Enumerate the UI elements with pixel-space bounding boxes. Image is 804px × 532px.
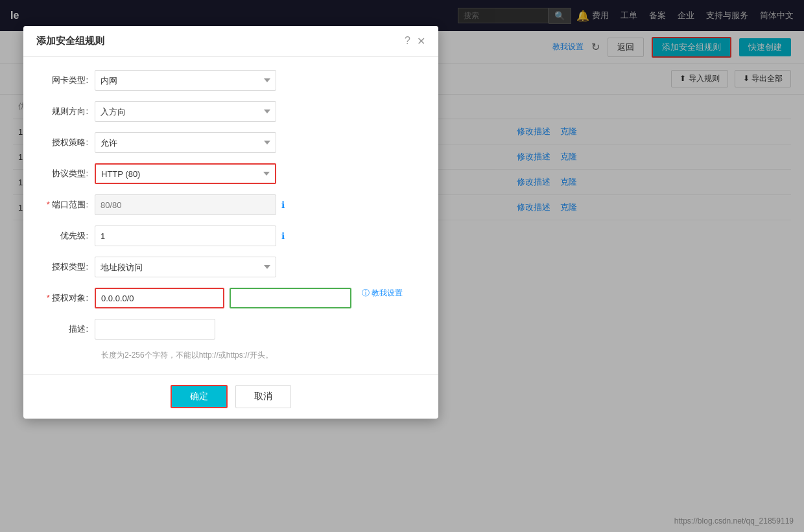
dialog-header-icons: ? ✕ xyxy=(405,35,425,47)
priority-info-icon[interactable]: ℹ xyxy=(281,231,285,241)
rule-direction-label: 规则方向: xyxy=(43,106,95,117)
dialog-help-icon[interactable]: ? xyxy=(405,35,410,47)
port-range-info-icon[interactable]: ℹ xyxy=(281,200,285,210)
protocol-type-select[interactable]: HTTP (80) xyxy=(95,163,276,184)
nic-type-select[interactable]: 内网 xyxy=(95,70,276,91)
desc-label: 描述: xyxy=(43,323,95,335)
auth-obj-area: 0.0.0.0/0 ⓘ 教我设置 xyxy=(95,288,403,308)
auth-policy-control: 允许 xyxy=(95,132,276,153)
priority-row: 优先级: 1 ℹ xyxy=(43,226,419,246)
priority-control: 1 xyxy=(95,226,276,246)
desc-row: 描述: xyxy=(43,319,419,340)
desc-control xyxy=(95,319,215,340)
nic-type-row: 网卡类型: 内网 xyxy=(43,70,419,91)
add-rule-dialog: 添加安全组规则 ? ✕ 网卡类型: 内网 规则方向: xyxy=(23,26,438,419)
dialog-footer: 确定 取消 xyxy=(23,374,438,419)
auth-policy-select[interactable]: 允许 xyxy=(95,132,276,153)
rule-direction-row: 规则方向: 入方向 xyxy=(43,101,419,122)
modal-overlay: 添加安全组规则 ? ✕ 网卡类型: 内网 规则方向: xyxy=(0,0,804,532)
dialog-body: 网卡类型: 内网 规则方向: 入方向 授权策略: xyxy=(23,57,438,374)
port-range-input[interactable] xyxy=(95,194,276,215)
priority-label: 优先级: xyxy=(43,230,95,242)
dialog-close-icon[interactable]: ✕ xyxy=(417,35,425,47)
auth-obj-teach-link[interactable]: ⓘ 教我设置 xyxy=(362,288,403,299)
nic-type-control: 内网 xyxy=(95,70,276,91)
confirm-button[interactable]: 确定 xyxy=(171,385,228,408)
dialog-header: 添加安全组规则 ? ✕ xyxy=(23,26,438,57)
auth-type-control: 地址段访问 xyxy=(95,257,276,277)
auth-type-row: 授权类型: 地址段访问 xyxy=(43,257,419,277)
auth-policy-label: 授权策略: xyxy=(43,137,95,148)
auth-obj-input-left[interactable]: 0.0.0.0/0 xyxy=(95,288,224,308)
rule-direction-control: 入方向 xyxy=(95,101,276,122)
cancel-button[interactable]: 取消 xyxy=(235,385,291,408)
auth-obj-input-right[interactable] xyxy=(230,288,351,308)
dialog-title: 添加安全组规则 xyxy=(36,35,104,47)
protocol-type-label: 协议类型: xyxy=(43,168,95,179)
priority-input[interactable]: 1 xyxy=(95,226,276,246)
port-range-label: 端口范围: xyxy=(43,199,95,211)
protocol-type-control: HTTP (80) xyxy=(95,163,276,184)
auth-obj-row: 授权对象: 0.0.0.0/0 ⓘ 教我设置 xyxy=(43,288,419,308)
rule-direction-select[interactable]: 入方向 xyxy=(95,101,276,122)
desc-input[interactable] xyxy=(95,319,215,340)
auth-obj-label: 授权对象: xyxy=(43,292,95,304)
auth-type-label: 授权类型: xyxy=(43,261,95,273)
desc-hint: 长度为2-256个字符，不能以http://或https://开头。 xyxy=(101,350,419,361)
protocol-type-row: 协议类型: HTTP (80) xyxy=(43,163,419,184)
port-range-row: 端口范围: ℹ xyxy=(43,194,419,215)
nic-type-label: 网卡类型: xyxy=(43,75,95,86)
auth-policy-row: 授权策略: 允许 xyxy=(43,132,419,153)
port-range-control xyxy=(95,194,276,215)
auth-type-select[interactable]: 地址段访问 xyxy=(95,257,276,277)
